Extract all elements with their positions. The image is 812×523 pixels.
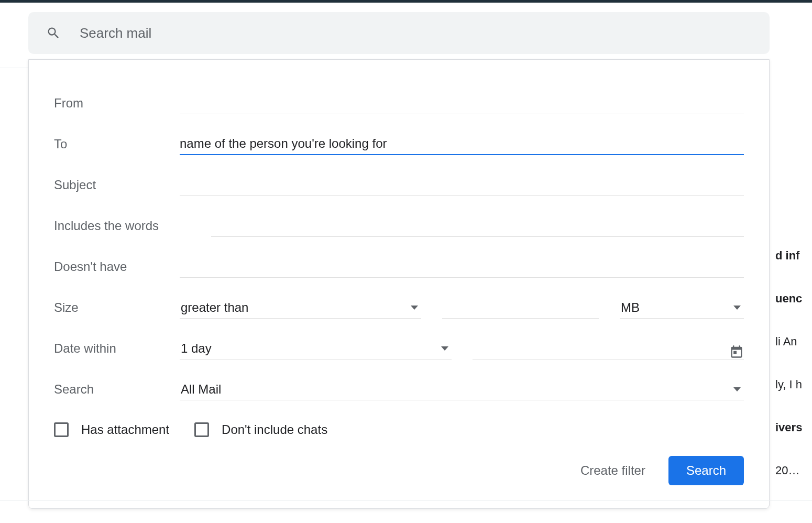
exclude-chats-checkbox[interactable]: Don't include chats bbox=[194, 422, 327, 437]
size-value-input[interactable] bbox=[442, 297, 599, 319]
row-from: From bbox=[54, 83, 744, 124]
search-button[interactable]: Search bbox=[668, 456, 744, 485]
to-label: To bbox=[54, 137, 180, 151]
bg-divider bbox=[0, 500, 812, 501]
mail-fragment: d inf bbox=[775, 249, 812, 263]
search-bar[interactable]: Search mail bbox=[28, 12, 770, 54]
checkbox-row: Has attachment Don't include chats bbox=[54, 422, 744, 437]
from-input[interactable] bbox=[180, 92, 744, 114]
doesnt-have-label: Doesn't have bbox=[54, 259, 180, 274]
mail-fragment: li An bbox=[775, 335, 812, 348]
row-date: Date within 1 day bbox=[54, 328, 744, 369]
date-label: Date within bbox=[54, 341, 180, 356]
actions-row: Create filter Search bbox=[54, 456, 744, 485]
doesnt-have-input[interactable] bbox=[180, 256, 744, 278]
mail-fragment: ivers bbox=[775, 421, 812, 434]
row-includes: Includes the words bbox=[54, 205, 744, 246]
row-doesnt-have: Doesn't have bbox=[54, 246, 744, 287]
mail-fragment: 20… bbox=[775, 464, 812, 477]
size-unit-select[interactable]: MB bbox=[620, 297, 744, 319]
row-to: To bbox=[54, 124, 744, 165]
to-input[interactable] bbox=[180, 133, 744, 155]
dropdown-arrow-icon bbox=[441, 346, 448, 351]
mail-fragment: uenc bbox=[775, 292, 812, 306]
search-in-label: Search bbox=[54, 382, 180, 397]
has-attachment-checkbox[interactable]: Has attachment bbox=[54, 422, 169, 437]
search-placeholder: Search mail bbox=[80, 25, 151, 41]
subject-input[interactable] bbox=[180, 174, 744, 196]
includes-label: Includes the words bbox=[54, 219, 211, 233]
subject-label: Subject bbox=[54, 178, 180, 192]
has-attachment-label: Has attachment bbox=[81, 422, 169, 437]
row-subject: Subject bbox=[54, 165, 744, 205]
search-in-select[interactable]: All Mail bbox=[180, 378, 744, 400]
dropdown-arrow-icon bbox=[733, 306, 741, 310]
bg-divider bbox=[0, 68, 28, 68]
background-mail-fragments: d inf uenc li An ly, I h ivers 20… bbox=[775, 249, 812, 477]
size-operator-select[interactable]: greater than bbox=[180, 297, 421, 319]
checkbox-box-icon bbox=[54, 422, 69, 437]
calendar-icon bbox=[729, 344, 744, 359]
size-label: Size bbox=[54, 300, 180, 315]
search-icon bbox=[46, 26, 61, 40]
size-unit-value: MB bbox=[620, 300, 640, 315]
create-filter-button[interactable]: Create filter bbox=[580, 463, 645, 478]
date-range-value: 1 day bbox=[180, 341, 212, 356]
dropdown-arrow-icon bbox=[411, 306, 418, 310]
search-in-value: All Mail bbox=[180, 382, 221, 397]
row-search-in: Search All Mail bbox=[54, 369, 744, 410]
size-operator-value: greater than bbox=[180, 300, 248, 315]
advanced-search-panel: From To Subject Includes the words Doesn… bbox=[28, 59, 770, 509]
includes-input[interactable] bbox=[211, 215, 744, 237]
exclude-chats-label: Don't include chats bbox=[222, 422, 327, 437]
date-range-select[interactable]: 1 day bbox=[180, 337, 452, 359]
row-size: Size greater than MB bbox=[54, 287, 744, 328]
from-label: From bbox=[54, 96, 180, 111]
checkbox-box-icon bbox=[194, 422, 209, 437]
dropdown-arrow-icon bbox=[733, 387, 741, 391]
date-value-input[interactable] bbox=[473, 337, 744, 359]
mail-fragment: ly, I h bbox=[775, 378, 812, 391]
